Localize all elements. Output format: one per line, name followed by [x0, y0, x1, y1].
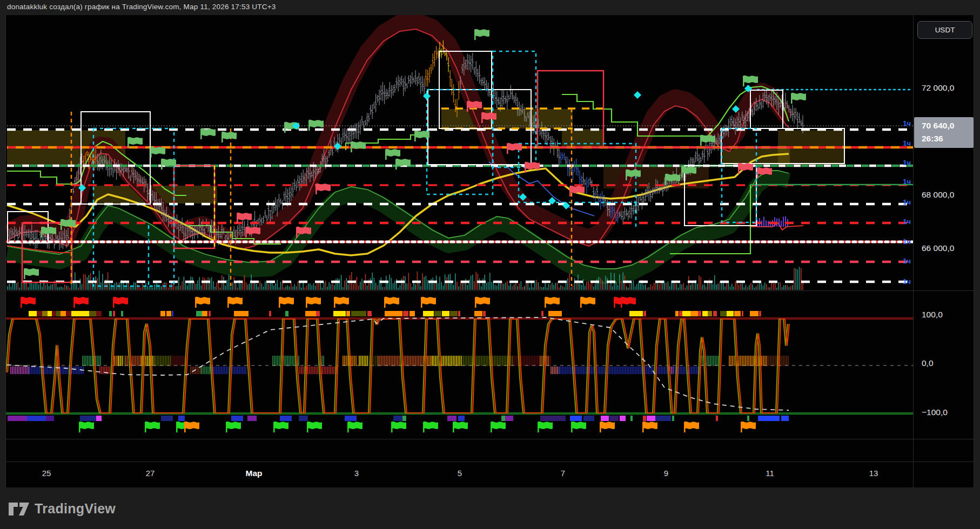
price-axis-label: 66 000,0 — [922, 243, 954, 255]
heat-strip-bottom-seg — [505, 416, 513, 421]
red-flag-marker-banner — [245, 227, 260, 234]
osc-orange-flag-pole — [384, 297, 386, 308]
heat-strip-bottom-seg — [716, 416, 718, 421]
time-axis-label: 11 — [766, 469, 774, 478]
osc-orange-flag-bottom-banner — [642, 422, 657, 429]
osc-orange-flag-bottom-pole — [741, 422, 742, 432]
heat-strip-top-seg — [442, 311, 449, 316]
heat-strip-bottom-seg — [299, 416, 308, 421]
green-flag-marker-banner — [626, 169, 641, 177]
heat-strip-top-seg — [89, 311, 96, 316]
heat-strip-bottom-seg — [96, 416, 102, 421]
time-axis[interactable]: 2527Мар35791113 — [5, 462, 913, 487]
tf-tag-1h: 1ч — [903, 159, 911, 167]
heat-strip-top-seg — [172, 311, 173, 316]
osc-green-flag-banner — [491, 422, 506, 429]
heat-strip-top-seg — [269, 311, 271, 316]
heat-strip-top-seg — [698, 311, 701, 316]
osc-orange-flag-banner — [384, 297, 399, 304]
heat-strip-bottom-seg — [46, 416, 54, 421]
mini-histogram — [757, 216, 788, 227]
green-flag-marker-pole — [385, 150, 387, 160]
osc-green-flag-banner — [79, 422, 94, 429]
osc-orange-flag-pole — [227, 297, 229, 308]
red-flag-marker-pole — [738, 164, 740, 174]
osc-green-flag — [538, 422, 553, 432]
green-flag-marker-pole — [681, 167, 683, 177]
heat-strip-bottom-seg — [393, 416, 402, 421]
green-flag-marker-pole — [308, 120, 310, 131]
tf-tag-1h: 1ч — [903, 139, 911, 147]
current-price-value: 70 640,0 — [922, 121, 954, 131]
ribbon-ticks — [115, 356, 118, 366]
currency-toggle-button[interactable]: USDT — [917, 21, 972, 39]
price-axis-label: 72 000,0 — [922, 83, 954, 95]
green-flag-marker-banner — [127, 137, 143, 145]
green-flag-marker-pole — [200, 129, 202, 139]
green-flag-marker — [24, 268, 39, 279]
osc-orange-flag-pole — [421, 297, 422, 308]
tf-tag-1h: 1ч — [903, 178, 911, 186]
ribbon-ticks — [126, 356, 140, 366]
heat-strip-top-seg — [708, 311, 712, 316]
osc-orange-flag-bottom-pole — [642, 422, 644, 432]
main-price-pane[interactable]: 1ч1ч1ч1ч1ч1ч1ч1ч1ч — [5, 15, 913, 291]
green-flag-marker-banner — [200, 128, 216, 136]
ribbon-ticks — [202, 367, 211, 374]
red-flag-marker-banner — [467, 101, 482, 108]
heat-strip-top-seg — [727, 311, 734, 316]
osc-orange-flag-pole — [279, 297, 280, 308]
osc-green-flag-pole — [273, 422, 275, 432]
price-axis-label: 68 000,0 — [922, 190, 954, 202]
heat-strip-top-seg — [333, 311, 346, 316]
heat-strip-top-seg — [675, 311, 679, 316]
heat-strip-top-seg — [679, 311, 682, 316]
heat-strip-top-seg — [713, 311, 717, 316]
osc-red-flag-pole — [614, 297, 615, 308]
green-flag-marker-pole — [414, 131, 416, 141]
osc-green-flag — [571, 422, 586, 432]
pane-separator[interactable] — [5, 290, 974, 291]
red-flag-marker-pole — [316, 184, 317, 194]
green-flag-marker-pole — [351, 142, 352, 152]
osc-green-flag-banner — [391, 422, 406, 429]
red-flag-marker-banner — [237, 213, 252, 220]
osc-orange-flag-bottom — [642, 422, 657, 432]
osc-green-flag-banner — [273, 422, 288, 429]
ribbon-ticks — [119, 356, 122, 366]
red-flag-marker-banner — [738, 163, 753, 171]
heat-strip-top-seg — [351, 311, 366, 316]
osc-green-flag — [145, 422, 160, 432]
red-flag-marker-banner — [481, 112, 496, 120]
osc-orange-flag-banner — [279, 297, 294, 304]
oscillator-pane[interactable] — [5, 291, 913, 439]
osc-orange-flag-pole — [306, 297, 307, 308]
time-axis-label: 27 — [146, 469, 155, 478]
osc-green-flag-banner — [145, 422, 160, 429]
green-flag-marker — [474, 29, 489, 40]
heat-strip-top-seg — [196, 311, 202, 316]
red-flag-marker-pole — [525, 162, 526, 173]
green-flag-marker — [200, 128, 216, 139]
heat-strip-top-seg — [742, 311, 743, 316]
green-flag-marker-pole — [743, 76, 744, 86]
green-flag-marker-pole — [791, 93, 793, 104]
heat-strip-top-seg — [734, 311, 741, 316]
heat-strip-top-seg — [410, 311, 415, 316]
heat-strip-top-seg — [202, 311, 207, 316]
heat-strip-bottom-seg — [655, 416, 671, 421]
heat-strip-top-seg — [166, 311, 171, 316]
pane-separator-2[interactable] — [5, 439, 974, 439]
tf-tag-1h: 1ч — [903, 218, 911, 226]
green-flag-marker — [150, 147, 165, 158]
osc-orange-flag-banner — [421, 297, 436, 304]
osc-green-flag-banner — [423, 422, 438, 429]
red-flag-marker — [507, 143, 522, 154]
page-footer: TradingView — [0, 487, 980, 529]
osc-green-flag-pole — [571, 422, 573, 432]
osc-orange-flag-bottom-pole — [684, 422, 686, 432]
osc-orange-flag-bottom — [684, 422, 699, 432]
price-axis[interactable]: USDT 70 640,0 26:36 72 000,068 000,066 0… — [913, 15, 974, 487]
heat-strip-bottom-seg — [630, 416, 633, 421]
tradingview-logo[interactable]: TradingView — [8, 501, 116, 517]
